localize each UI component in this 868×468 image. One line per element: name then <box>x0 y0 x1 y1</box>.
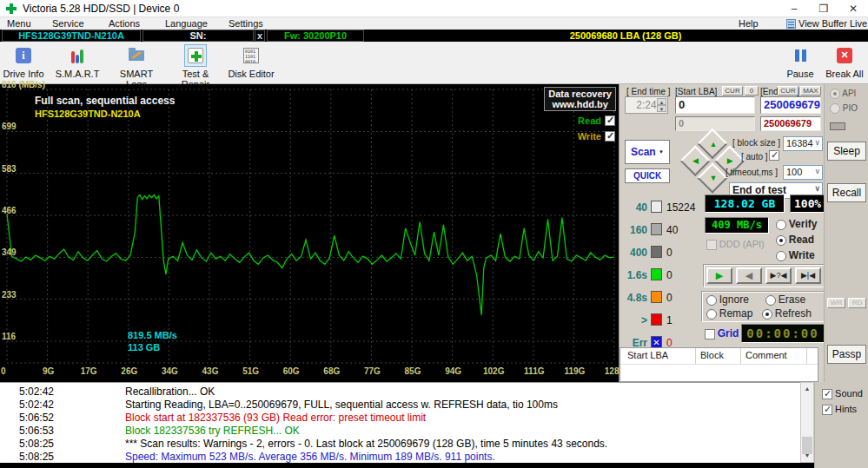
log-time: 5:02:42 <box>19 386 54 399</box>
title-bar: Victoria 5.28 HDD/SSD | Device 0 – ❐ ✕ <box>0 0 868 17</box>
x-tick-label: 94G <box>442 366 465 376</box>
block-size-select[interactable]: 16384 <box>783 136 823 151</box>
remap-radio[interactable] <box>706 309 717 320</box>
menu-item-settings[interactable]: Settings <box>229 18 263 29</box>
counter-count-4-8s: 0 <box>666 292 673 304</box>
log-line: 5:06:53Block 182337536 try REFRESH... OK <box>0 425 800 438</box>
end-lba-max-button[interactable]: MAX <box>800 86 821 96</box>
menu-item-service[interactable]: Service <box>52 18 84 29</box>
mode-write-option[interactable]: Write <box>776 249 815 261</box>
timeout-select[interactable]: 100 <box>783 165 823 180</box>
quick-button[interactable]: QUICK <box>625 168 670 183</box>
remap-label: Remap <box>719 307 753 320</box>
end-lba-cur-button[interactable]: CUR <box>778 86 798 96</box>
read-radio[interactable] <box>776 235 786 246</box>
log-line: 5:02:42Starting Reading, LBA=0..25006967… <box>0 399 800 412</box>
menu-item-actions[interactable]: Actions <box>109 18 140 29</box>
scan-button[interactable]: Scan ▼ <box>625 140 670 164</box>
pause-label: Pause <box>786 69 813 79</box>
victoria-window: Victoria 5.28 HDD/SSD | Device 0 – ❐ ✕ M… <box>0 0 868 468</box>
grid-checkbox[interactable] <box>705 329 715 339</box>
counter-square-400 <box>651 246 662 258</box>
minimize-button[interactable]: – <box>779 0 809 17</box>
action-erase-option[interactable]: Erase <box>765 293 805 306</box>
log-text: Starting Reading, LBA=0..250069679, FULL… <box>125 399 558 412</box>
hints-label: Hints <box>835 404 857 414</box>
log-scrollbar[interactable]: ▲ ▼ <box>800 382 814 463</box>
mode-verify-option[interactable]: Verify <box>776 218 817 230</box>
verify-radio[interactable] <box>776 220 786 230</box>
write-radio[interactable] <box>776 251 786 261</box>
auto-checkbox[interactable] <box>769 150 779 161</box>
recall-button[interactable]: Recall <box>827 183 866 202</box>
action-refresh-option[interactable]: Refresh <box>762 307 812 320</box>
view-buffer-live-button[interactable]: View Buffer Live <box>786 18 867 29</box>
start-lba-input[interactable]: 0 <box>675 96 755 114</box>
maximize-button[interactable]: ❐ <box>809 0 838 17</box>
sound-checkbox[interactable] <box>822 389 832 399</box>
spin-down-icon[interactable]: ▼ <box>657 105 666 112</box>
end-lba-input[interactable]: 250069679 <box>760 96 821 114</box>
scroll-up-icon[interactable]: ▲ <box>801 383 813 395</box>
down-triangle-icon: ▼ <box>710 174 718 182</box>
close-button[interactable]: ✕ <box>838 0 868 17</box>
x-tick-label: 9G <box>37 366 60 376</box>
disk-editor-icon: 010111010010 <box>240 44 262 67</box>
api-label: API <box>842 89 856 98</box>
step-button[interactable]: ▶|◀ <box>795 267 821 284</box>
action-ignore-option[interactable]: Ignore <box>706 293 749 306</box>
menu-item-help[interactable]: Help <box>739 18 759 29</box>
y-tick-label: 349 <box>2 247 17 257</box>
pause-button[interactable]: Pause <box>782 43 818 82</box>
log-text: Block start at 182337536 (93 GB) Read er… <box>125 412 426 425</box>
defect-table[interactable]: Start LBA Block Comment <box>620 347 818 382</box>
hints-checkbox[interactable] <box>822 405 832 415</box>
end-time-spinner[interactable]: 2:24 ▲ ▼ <box>625 96 668 114</box>
graph-model-label: HFS128G39TND-N210A <box>35 109 141 119</box>
smart-button[interactable]: S.M.A.R.T <box>54 43 101 82</box>
start-lba-cur-button[interactable]: CUR <box>722 86 743 96</box>
legend-write: Write <box>578 131 615 142</box>
refresh-radio[interactable] <box>762 309 772 320</box>
y-tick-label: 583 <box>2 164 17 174</box>
passp-button[interactable]: Passp <box>827 345 866 364</box>
log-area[interactable]: 5:02:42Recallibration... OK 5:02:42Start… <box>0 382 800 463</box>
end-time-label: [ End time ] <box>626 87 671 96</box>
pio-label: PIO <box>843 103 858 113</box>
defect-col-comment: Comment <box>745 350 787 360</box>
spin-up-icon[interactable]: ▲ <box>657 98 666 105</box>
sound-option[interactable]: Sound <box>822 388 863 399</box>
break-all-button[interactable]: ✕ Break All <box>824 43 865 82</box>
legend-write-label: Write <box>578 131 601 142</box>
x-tick-label: 17G <box>77 366 100 376</box>
log-line: 5:06:52Block start at 182337536 (93 GB) … <box>0 412 800 425</box>
menu-item-language[interactable]: Language <box>165 18 208 29</box>
verify-label: Verify <box>789 218 818 230</box>
start-lba-label: [Start LBA] <box>675 87 717 96</box>
test-repair-button[interactable]: Test & Repair <box>167 43 224 82</box>
serial-close-icon[interactable]: x <box>255 30 265 42</box>
back-button[interactable]: ◀ <box>736 267 762 284</box>
read-checkbox[interactable] <box>605 115 615 126</box>
mode-read-option[interactable]: Read <box>776 234 814 246</box>
disk-editor-button[interactable]: 010111010010 Disk Editor <box>228 43 275 82</box>
smart-logs-button[interactable]: SMART Logs <box>109 43 163 82</box>
seek-test-button[interactable]: ▶?◀ <box>765 267 792 284</box>
device-model-tab[interactable]: HFS128G39TND-N210A <box>2 30 141 42</box>
smart-label: S.M.A.R.T <box>56 69 100 79</box>
scroll-thumb[interactable] <box>802 437 812 454</box>
action-remap-option[interactable]: Remap <box>706 307 752 320</box>
menu-item-menu[interactable]: Menu <box>7 18 31 29</box>
erase-radio[interactable] <box>765 295 776 306</box>
sleep-button[interactable]: Sleep <box>827 142 866 161</box>
device-firmware-tab: Fw: 30200P10 <box>267 30 364 42</box>
play-button[interactable]: ▶ <box>706 267 732 284</box>
counter-label-gt: > <box>620 314 647 326</box>
ignore-radio[interactable] <box>706 295 717 306</box>
log-text: Recallibration... OK <box>125 386 215 399</box>
drive-info-button[interactable]: i Drive Info <box>2 43 45 82</box>
start-lba-zero-button[interactable]: 0 <box>745 86 759 96</box>
write-checkbox[interactable] <box>605 131 615 142</box>
hints-option[interactable]: Hints <box>822 404 857 415</box>
grid-option[interactable]: Grid <box>705 327 739 339</box>
